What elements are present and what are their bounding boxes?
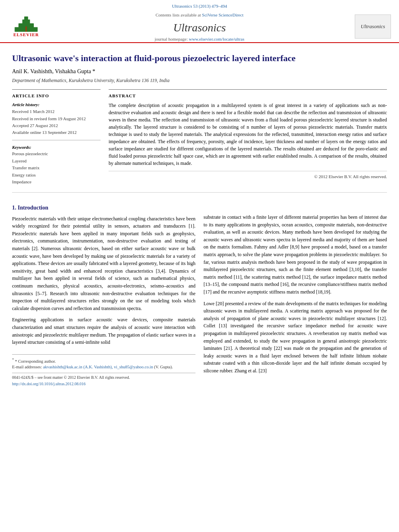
section1-title: Introduction [18, 205, 48, 211]
homepage-url[interactable]: www.elsevier.com/locate/ultras [189, 37, 244, 41]
date-accepted: Accepted 27 August 2012 [12, 123, 101, 129]
footnote-corresponding: * * Corresponding author. [12, 357, 195, 364]
sciverse-link[interactable]: SciVerse ScienceDirect [202, 12, 243, 17]
elsevier-text: ELSEVIER [13, 32, 39, 38]
email-link-1[interactable]: akvashishth@kuk.ac.in (A.K. Vashishth), [43, 365, 113, 369]
bottom-bar: 0041-624X/$ – see front matter © 2012 El… [12, 373, 195, 387]
journal-name: Ultrasonics [44, 20, 355, 35]
keywords-section: Keywords: Porous piezoelectric Layered T… [12, 140, 101, 186]
email-link-2[interactable]: vi_shu85@yahoo.co.in [114, 365, 153, 369]
date-online: Available online 13 September 2012 [12, 129, 101, 136]
section-divider [12, 192, 387, 193]
doi-link[interactable]: http://dx.doi.org/10.1016/j.ultras.2012.… [12, 381, 195, 387]
footnote-area: * * Corresponding author. E-mail address… [12, 354, 195, 370]
authors-text: Anil K. Vashishth, Vishakha Gupta * [12, 68, 95, 74]
body-para-1: Piezoelectric materials with their uniqu… [12, 215, 195, 312]
body-col-left: 1. Introduction Piezoelectric materials … [12, 199, 195, 387]
issn-line: 0041-624X/$ – see front matter © 2012 El… [12, 375, 195, 380]
body-two-col: 1. Introduction Piezoelectric materials … [12, 199, 387, 387]
keyword-5: Impedance [12, 179, 101, 186]
date-received: Received 1 March 2012 [12, 109, 101, 115]
abstract-title: ABSTRACT [109, 93, 387, 99]
journal-homepage: journal homepage: www.elsevier.com/locat… [44, 36, 355, 42]
article-body: Ultrasonic wave's interaction at fluid-p… [0, 43, 399, 394]
keyword-4: Energy ratios [12, 172, 101, 179]
abstract-box: ABSTRACT The complete description of aco… [109, 89, 387, 186]
abstract-text: The complete description of acoustic pro… [109, 102, 387, 167]
article-info-title: ARTICLE INFO [12, 93, 101, 99]
journal-center: Contents lists available at SciVerse Sci… [44, 11, 355, 42]
date-revised: Received in revised form 19 August 2012 [12, 116, 101, 122]
article-info-abstract: ARTICLE INFO Article history: Received 1… [12, 89, 387, 186]
section1-number: 1. [12, 205, 16, 211]
journal-logo-text: Ultrasonics [361, 23, 385, 30]
article-affiliation: Department of Mathematics, Kurukshetra U… [12, 77, 387, 84]
body-col-right: substrate in contact with a finite layer… [204, 199, 387, 387]
journal-logo-right: Ultrasonics [355, 14, 391, 39]
keyword-3: Transfer matrix [12, 164, 101, 172]
article-title: Ultrasonic wave's interaction at fluid-p… [12, 53, 387, 64]
footnote-email: E-mail addresses: akvashishth@kuk.ac.in … [12, 364, 195, 370]
journal-reference: Ultrasonics 53 (2013) 479–494 [172, 4, 227, 8]
contents-text: Contents lists available at [156, 12, 201, 17]
body-para-2: Engineering applications in surface acou… [12, 316, 195, 346]
keyword-1: Porous piezoelectric [12, 150, 101, 158]
body-para-right-2: Lowe [20] presented a review of the main… [204, 300, 387, 375]
section1-heading: 1. Introduction [12, 204, 195, 212]
contents-bar: Contents lists available at SciVerse Sci… [44, 11, 355, 19]
copyright-line: © 2012 Elsevier B.V. All rights reserved… [109, 171, 387, 180]
keywords-label: Keywords: [12, 144, 101, 150]
svg-rect-3 [24, 16, 28, 21]
keyword-2: Layered [12, 158, 101, 165]
elsevier-logo: ELSEVIER [8, 14, 44, 39]
article-info-box: ARTICLE INFO Article history: Received 1… [12, 89, 101, 186]
elsevier-tree-icon [14, 16, 38, 32]
body-para-right-1: substrate in contact with a finite layer… [204, 214, 387, 296]
article-history-label: Article history: [12, 102, 101, 108]
svg-rect-4 [25, 26, 27, 31]
journal-header: Ultrasonics 53 (2013) 479–494 ELSEVIER C… [0, 0, 399, 43]
article-authors: Anil K. Vashishth, Vishakha Gupta * [12, 68, 387, 76]
homepage-label: journal homepage: [155, 37, 188, 41]
journal-top-row: ELSEVIER Contents lists available at Sci… [8, 11, 391, 42]
journal-ref-bar: Ultrasonics 53 (2013) 479–494 [8, 3, 391, 9]
